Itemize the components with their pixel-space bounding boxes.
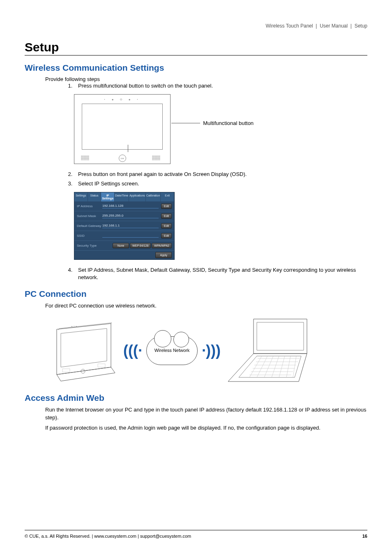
laptop-icon [225,316,311,386]
osd-tab-settings[interactable]: Settings [74,192,88,201]
osd-row-mask: Subnet Mask 255.255.255.0 Edit [74,211,174,221]
osd-row-ssid: SSID Edit [74,231,174,241]
svg-rect-5 [62,369,70,372]
section-heading-wireless: Wireless Communication Settings [25,63,367,73]
svg-rect-6 [98,364,105,367]
figure-osd: Settings Status IP Settings Date/Time Ap… [74,192,367,260]
osd-edit-mask[interactable]: Edit [161,213,172,219]
section-heading-pc: PC Connection [25,289,367,299]
svg-line-17 [249,356,262,377]
svg-marker-8 [257,322,304,350]
step-3: Select IP Settings screen. [74,180,367,188]
wifi-left-icon: (((· [123,342,142,359]
svg-marker-1 [61,328,107,367]
osd-row-security: Security Type None WEP 64/128 WPA/WPA2 [74,241,174,251]
svg-line-18 [257,356,267,377]
page-title: Setup [25,40,367,56]
osd-edit-ssid[interactable]: Edit [161,233,172,238]
footer: © CUE, a.s. All Rights Reserved. | www.c… [25,530,367,539]
footer-left: © CUE, a.s. All Rights Reserved. | www.c… [25,534,191,539]
svg-marker-0 [57,324,111,375]
svg-line-22 [286,356,291,377]
osd-tab-datetime[interactable]: Date/Time [115,192,129,201]
osd-edit-ip[interactable]: Edit [161,204,172,209]
wireless-intro: Provide following steps [45,76,367,82]
osd-tab-status[interactable]: Status [88,192,101,201]
osd-sec-wpa[interactable]: WPA/WPA2 [152,243,172,248]
svg-marker-2 [57,367,115,381]
osd-sec-wep[interactable]: WEP 64/128 [130,243,151,248]
osd-tab-calibration[interactable]: Calibration [146,192,161,201]
osd-tabs: Settings Status IP Settings Date/Time Ap… [74,192,174,201]
svg-marker-7 [254,319,307,354]
svg-line-21 [279,356,285,377]
step-1: Press multifunctional button to switch o… [74,82,367,90]
svg-text:· ∘ ○ ∘ ·: · ∘ ○ ∘ · [70,325,79,327]
multifunctional-button-icon: cue [119,155,126,162]
callout-multifunctional: Multifunctional button [203,120,254,126]
header-breadcrumb: Wireless Touch Panel | User Manual | Set… [25,23,367,29]
page-number: 16 [362,534,367,539]
step-4: Set IP Address, Subnet Mask, Default Gat… [74,266,367,282]
admin-p1: Run the Internet browser on your PC and … [45,406,367,422]
osd-row-ip: IP Address 192.168.1.128 Edit [74,201,174,211]
section-heading-admin: Access Admin Web [25,393,367,403]
figure-front-panel: · ∘ ○ ∘ · ▒▒▒▒▒▒▒▒▒▒▒▒▒▒▒▒▒▒▒▒▒ cue ▒▒▒▒… [74,94,367,164]
svg-line-19 [264,356,273,377]
osd-tab-applications[interactable]: Applications [129,192,146,201]
figure-network-diagram: · ∘ ○ ∘ · (((· Wireless Network ·))) [49,316,367,386]
osd-edit-gateway[interactable]: Edit [161,223,172,229]
osd-apply-button[interactable]: Apply [155,252,172,258]
pc-body: For direct PC connection use wireless ne… [45,302,367,310]
cloud-icon: Wireless Network [146,336,198,365]
osd-row-gateway: Default Gateway 192.168.1.1 Edit [74,221,174,231]
osd-sec-none[interactable]: None [113,243,129,248]
admin-p2: If password protection is used, the Admi… [45,424,367,432]
step-2: Press button on front panel again to act… [74,171,367,178]
osd-tab-exit[interactable]: Exit [161,192,174,201]
wifi-right-icon: ·))) [202,342,221,359]
osd-tab-ipsettings[interactable]: IP Settings [101,192,115,201]
svg-line-20 [272,356,279,377]
touch-panel-icon: · ∘ ○ ∘ · [49,318,119,384]
